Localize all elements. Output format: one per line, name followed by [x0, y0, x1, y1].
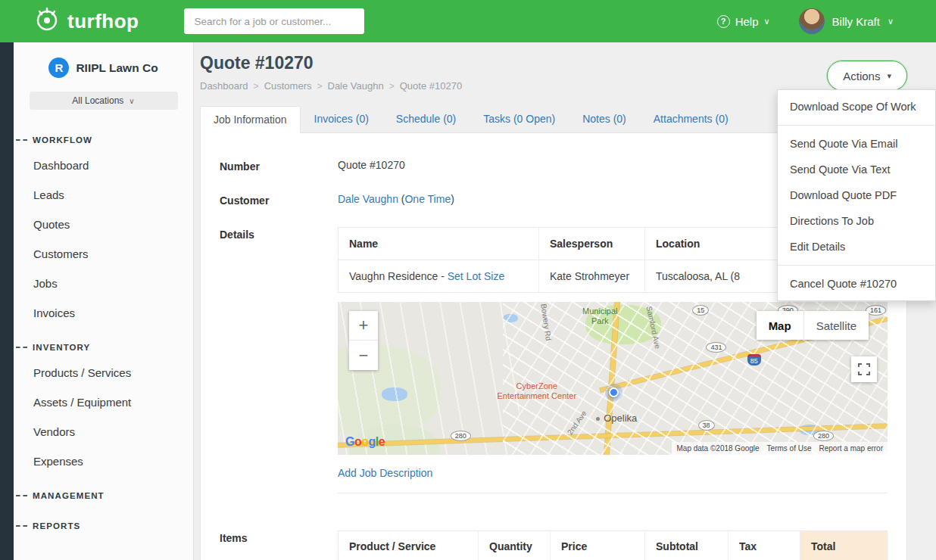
avatar	[799, 8, 825, 34]
tab-attachments[interactable]: Attachments (0)	[640, 105, 742, 132]
map-label-cyberzone: CyberZoneEntertainment Center	[498, 381, 577, 400]
menu-item-cancel-quote[interactable]: Cancel Quote #10270	[778, 271, 935, 297]
company-switcher[interactable]: R RIIPL Lawn Co	[14, 42, 193, 87]
google-logo[interactable]: Google	[345, 435, 385, 449]
breadcrumb-separator: >	[317, 81, 322, 92]
company-name: RIIPL Lawn Co	[76, 61, 158, 75]
map-zoom-control: + −	[349, 311, 378, 370]
sidebar-item-vendors[interactable]: Vendors	[14, 417, 193, 446]
items-header-quantity: Quantity	[479, 531, 551, 560]
report-map-error-link[interactable]: Report a map error	[819, 444, 883, 453]
section-header-inventory: INVENTORY	[14, 328, 193, 358]
app-logo[interactable]: turfhop	[33, 6, 139, 36]
help-menu[interactable]: ? Help ∨	[717, 15, 770, 28]
breadcrumb-separator: >	[254, 81, 259, 92]
divider	[338, 493, 888, 493]
actions-button[interactable]: Actions ▾	[827, 61, 907, 91]
user-name: Billy Kraft	[832, 15, 880, 28]
details-cell-salesperson: Kate Strohmeyer	[539, 260, 645, 292]
add-job-description-link[interactable]: Add Job Description	[338, 467, 432, 479]
details-cell-name: Vaughn Residence - Set Lot Size	[339, 260, 539, 292]
set-lot-size-link[interactable]: Set Lot Size	[448, 270, 505, 282]
caret-down-icon: ▾	[887, 71, 891, 81]
chevron-down-icon: ∨	[764, 17, 770, 26]
customer-label: Customer	[220, 193, 338, 207]
zoom-out-button[interactable]: −	[349, 341, 378, 370]
tab-schedule[interactable]: Schedule (0)	[382, 105, 470, 132]
menu-item-send-quote-via-email[interactable]: Send Quote Via Email	[778, 131, 935, 157]
customer-type-link[interactable]: One Time	[404, 193, 451, 205]
route-shield-161: 161	[866, 305, 886, 316]
sidebar-item-expenses[interactable]: Expenses	[14, 446, 193, 476]
map-data-credit: Map data ©2018 Google	[676, 444, 759, 453]
menu-divider	[778, 265, 935, 266]
sidebar: R RIIPL Lawn Co All Locations ∨ WORKFLOW…	[0, 42, 194, 560]
items-header-tax: Tax	[729, 531, 800, 560]
items-table: Product / Service Quantity Price Subtota…	[338, 530, 888, 560]
details-header-name: Name	[339, 228, 539, 260]
satellite-view-button[interactable]: Satellite	[803, 311, 869, 340]
map-label-municipal-park: MunicipalPark	[582, 306, 617, 325]
page-title: Quote #10270	[200, 53, 907, 73]
breadcrumb-customers[interactable]: Customers	[264, 80, 312, 92]
main-content: Quote #10270 Dashboard > Customers > Dal…	[194, 42, 936, 560]
breadcrumb-quote: Quote #10270	[400, 80, 462, 92]
dash-icon	[16, 525, 27, 527]
menu-item-directions-to-job[interactable]: Directions To Job	[778, 208, 935, 234]
map-label-opelika: Opelika	[596, 413, 637, 425]
sidebar-item-dashboard[interactable]: Dashboard	[14, 151, 193, 180]
dash-icon	[16, 347, 27, 348]
sidebar-item-invoices[interactable]: Invoices	[14, 298, 193, 328]
dash-icon	[16, 139, 27, 141]
tab-notes[interactable]: Notes (0)	[569, 105, 640, 132]
menu-item-send-quote-via-text[interactable]: Send Quote Via Text	[778, 157, 935, 182]
global-search-input[interactable]	[184, 8, 364, 34]
tab-tasks[interactable]: Tasks (0 Open)	[470, 105, 569, 132]
sidebar-item-products-services[interactable]: Products / Services	[14, 358, 193, 387]
customer-link[interactable]: Dale Vaughn	[338, 193, 398, 205]
section-header-reports: REPORTS	[14, 506, 193, 537]
sidebar-item-quotes[interactable]: Quotes	[14, 210, 193, 239]
help-label: Help	[735, 15, 759, 28]
city-dot-icon	[596, 417, 600, 421]
sidebar-item-customers[interactable]: Customers	[14, 239, 193, 269]
job-location-map[interactable]: MunicipalPark CyberZoneEntertainment Cen…	[338, 302, 888, 455]
fullscreen-button[interactable]	[851, 356, 877, 382]
breadcrumb-separator: >	[389, 81, 395, 92]
map-type-control: Map Satellite	[757, 311, 869, 340]
tab-invoices[interactable]: Invoices (0)	[301, 105, 382, 132]
zoom-in-button[interactable]: +	[349, 311, 378, 341]
chevron-down-icon: ∨	[888, 17, 894, 26]
details-header-salesperson: Salesperson	[539, 228, 645, 260]
section-header-management: MANAGEMENT	[14, 476, 193, 506]
tab-job-information[interactable]: Job Information	[200, 106, 301, 133]
items-header-price: Price	[551, 531, 645, 560]
fullscreen-icon	[858, 363, 870, 375]
map-attribution: Map data ©2018 Google Terms of Use Repor…	[672, 442, 888, 455]
app-logo-text: turfhop	[67, 10, 139, 33]
route-shield-431: 431	[706, 342, 726, 353]
breadcrumb-customer-name[interactable]: Dale Vaughn	[328, 80, 384, 92]
menu-item-download-quote-pdf[interactable]: Download Quote PDF	[778, 182, 935, 208]
menu-item-download-scope-of-work[interactable]: Download Scope Of Work	[778, 94, 935, 120]
number-label: Number	[220, 159, 338, 173]
items-header-subtotal: Subtotal	[645, 531, 729, 560]
route-shield-280: 280	[451, 431, 471, 441]
sidebar-rail	[0, 42, 14, 560]
map-view-button[interactable]: Map	[757, 311, 803, 340]
breadcrumb-dashboard[interactable]: Dashboard	[200, 80, 248, 92]
locations-dropdown[interactable]: All Locations ∨	[30, 92, 178, 110]
user-menu[interactable]: Billy Kraft ∨	[799, 8, 894, 34]
items-header-total: Total	[800, 531, 887, 560]
section-header-workflow: WORKFLOW	[14, 120, 193, 151]
help-icon: ?	[717, 15, 730, 28]
sidebar-item-leads[interactable]: Leads	[14, 180, 193, 210]
menu-divider	[778, 125, 935, 126]
sidebar-item-jobs[interactable]: Jobs	[14, 269, 193, 298]
details-label: Details	[220, 227, 338, 510]
items-table-header: Product / Service Quantity Price Subtota…	[339, 531, 887, 560]
terms-of-use-link[interactable]: Terms of Use	[767, 444, 812, 453]
topbar: turfhop ? Help ∨ Billy Kraft ∨	[0, 0, 936, 42]
menu-item-edit-details[interactable]: Edit Details	[778, 234, 935, 260]
sidebar-item-assets-equipment[interactable]: Assets / Equipment	[14, 387, 193, 417]
